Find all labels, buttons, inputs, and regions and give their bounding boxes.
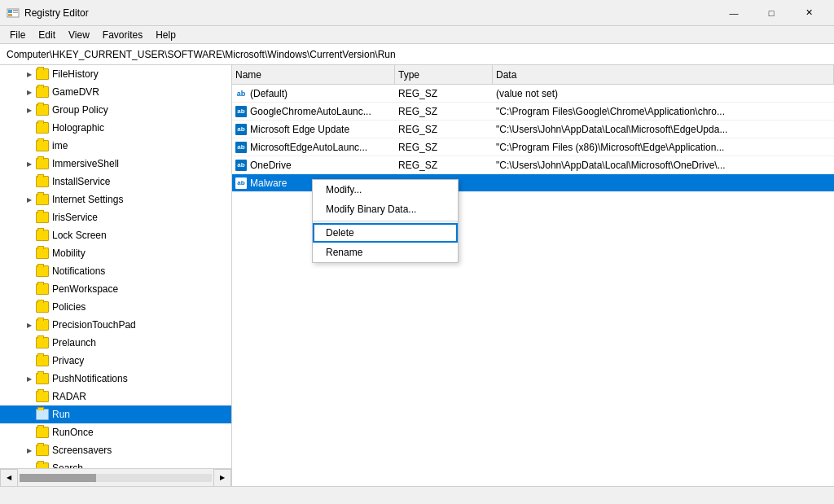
folder-icon	[36, 86, 49, 98]
tree-item[interactable]: ▶Group Policy	[0, 101, 231, 119]
maximize-button[interactable]: □	[753, 0, 790, 26]
folder-icon	[36, 212, 49, 223]
col-header-type[interactable]: Type	[395, 65, 493, 84]
svg-rect-3	[13, 12, 18, 13]
menu-edit[interactable]: Edit	[32, 28, 62, 42]
tree-item[interactable]: RADAR	[0, 388, 231, 405]
menu-favorites[interactable]: Favorites	[96, 28, 149, 42]
cell-data: "C:\Users\John\AppData\Local\Microsoft\O…	[493, 160, 834, 171]
tree-panel: ▶FileHistory▶GameDVR▶Group PolicyHologra…	[0, 65, 232, 486]
table-rows[interactable]: ab(Default)REG_SZ(value not set)abGoogle…	[232, 85, 834, 486]
folder-icon	[36, 158, 49, 169]
col-header-data[interactable]: Data	[493, 65, 834, 84]
address-path: Computer\HKEY_CURRENT_USER\SOFTWARE\Micr…	[7, 49, 396, 60]
tree-item[interactable]: Privacy	[0, 352, 231, 370]
menu-file[interactable]: File	[3, 28, 32, 42]
cell-name-text: MicrosoftEdgeAutoLaunc...	[250, 142, 367, 153]
tree-item[interactable]: Notifications	[0, 262, 231, 280]
cell-name-text: (Default)	[250, 88, 288, 99]
context-menu-item[interactable]: Rename	[313, 243, 458, 262]
tree-item[interactable]: Policies	[0, 298, 231, 316]
menu-help[interactable]: Help	[149, 28, 182, 42]
tree-item-label: ime	[52, 140, 231, 151]
tree-item[interactable]: ▶GameDVR	[0, 83, 231, 101]
cell-name-text: Microsoft Edge Update	[250, 124, 349, 135]
tree-item[interactable]: Lock Screen	[0, 226, 231, 244]
tree-item[interactable]: Holographic	[0, 119, 231, 137]
scroll-right-arrow[interactable]: ▶	[213, 469, 231, 487]
table-row[interactable]: ab(Default)REG_SZ(value not set)	[232, 85, 834, 103]
tree-arrow-icon	[23, 283, 36, 296]
folder-icon	[36, 337, 49, 348]
tree-arrow-icon: ▶	[23, 318, 36, 331]
registry-table: Name Type Data ab(Default)REG_SZ(value n…	[232, 65, 834, 486]
scroll-track	[20, 474, 212, 482]
folder-icon	[36, 319, 49, 331]
folder-icon	[36, 194, 49, 205]
table-row[interactable]: abMicrosoftEdgeAutoLaunc...REG_SZ"C:\Pro…	[232, 138, 834, 156]
reg-type-icon: ab	[235, 160, 247, 171]
tree-item-label: ImmersiveShell	[52, 158, 231, 169]
title-bar-controls: — □ ✕	[715, 0, 827, 26]
tree-item[interactable]: ▶PrecisionTouchPad	[0, 316, 231, 334]
tree-item[interactable]: Mobility	[0, 244, 231, 262]
cell-data: "C:\Program Files (x86)\Microsoft\Edge\A…	[493, 142, 834, 153]
cell-type: REG_SZ	[395, 142, 493, 153]
cell-name: abMicrosoft Edge Update	[232, 124, 395, 135]
tree-item[interactable]: ▶FileHistory	[0, 65, 231, 83]
tree-item[interactable]: ▶ImmersiveShell	[0, 155, 231, 173]
right-panel: Name Type Data ab(Default)REG_SZ(value n…	[232, 65, 834, 486]
tree-item[interactable]: Search	[0, 459, 231, 468]
cell-name-text: Malware	[250, 177, 287, 189]
folder-icon	[36, 391, 49, 402]
folder-icon	[36, 104, 49, 116]
tree-item[interactable]: InstallService	[0, 173, 231, 191]
cell-type: REG_SZ	[395, 88, 493, 99]
reg-type-icon: ab	[235, 142, 247, 153]
folder-icon	[36, 462, 49, 468]
scroll-thumb[interactable]	[20, 474, 96, 482]
tree-item-label: FileHistory	[52, 68, 231, 80]
context-menu-item[interactable]: Delete	[313, 223, 458, 243]
reg-type-icon: ab	[235, 88, 247, 99]
app-icon	[7, 7, 20, 20]
tree-item-label: Policies	[52, 301, 231, 313]
menu-view[interactable]: View	[62, 28, 96, 42]
tree-item[interactable]: PenWorkspace	[0, 280, 231, 298]
context-menu-item[interactable]: Modify Binary Data...	[313, 199, 458, 219]
table-row[interactable]: abMicrosoft Edge UpdateREG_SZ"C:\Users\J…	[232, 121, 834, 138]
reg-type-icon: ab	[235, 124, 247, 135]
tree-arrow-icon: ▶	[23, 372, 36, 385]
tree-item[interactable]: RunOnce	[0, 423, 231, 441]
folder-icon	[36, 373, 49, 384]
tree-item-label: RunOnce	[52, 427, 231, 438]
col-header-name[interactable]: Name	[232, 65, 395, 84]
horizontal-scrollbar[interactable]: ◀ ▶	[0, 468, 231, 486]
close-button[interactable]: ✕	[790, 0, 827, 26]
folder-icon	[36, 283, 49, 295]
tree-item-label: PrecisionTouchPad	[52, 319, 231, 331]
tree-item-label: IrisService	[52, 212, 231, 223]
cell-name-text: OneDrive	[250, 160, 292, 171]
tree-item-label: Lock Screen	[52, 230, 231, 241]
minimize-button[interactable]: —	[715, 0, 753, 26]
context-menu-item[interactable]: Modify...	[313, 180, 458, 199]
tree-item-label: Notifications	[52, 265, 231, 277]
tree-item[interactable]: Run	[0, 405, 231, 423]
tree-item-label: Group Policy	[52, 104, 231, 116]
tree-scroll[interactable]: ▶FileHistory▶GameDVR▶Group PolicyHologra…	[0, 65, 231, 468]
tree-item[interactable]: ▶PushNotifications	[0, 370, 231, 388]
tree-item[interactable]: Prelaunch	[0, 334, 231, 352]
table-row[interactable]: abGoogleChromeAutoLaunc...REG_SZ"C:\Prog…	[232, 103, 834, 121]
folder-icon	[36, 176, 49, 187]
tree-item[interactable]: IrisService	[0, 208, 231, 226]
tree-item[interactable]: ime	[0, 137, 231, 155]
tree-item-label: Mobility	[52, 248, 231, 259]
scroll-left-arrow[interactable]: ◀	[0, 469, 18, 487]
tree-item[interactable]: ▶Screensavers	[0, 441, 231, 459]
tree-item[interactable]: ▶Internet Settings	[0, 191, 231, 208]
tree-item-label: Prelaunch	[52, 337, 231, 348]
address-bar: Computer\HKEY_CURRENT_USER\SOFTWARE\Micr…	[0, 44, 834, 65]
table-row[interactable]: abOneDriveREG_SZ"C:\Users\John\AppData\L…	[232, 156, 834, 174]
cell-name: abMicrosoftEdgeAutoLaunc...	[232, 142, 395, 153]
